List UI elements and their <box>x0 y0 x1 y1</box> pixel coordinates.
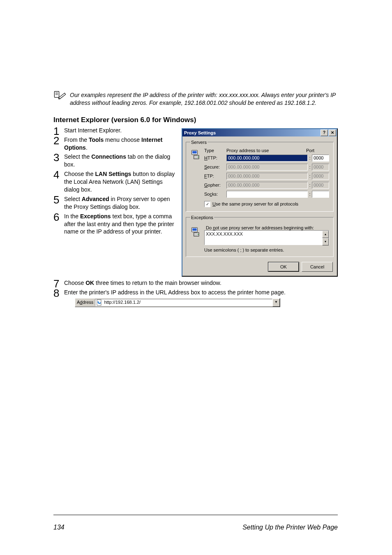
svg-rect-0 <box>54 91 59 97</box>
note-text: Our examples represent the IP address of… <box>70 90 338 107</box>
servers-group: Servers Type Proxy address to u <box>186 140 334 212</box>
col-address: Proxy address to use <box>226 148 303 153</box>
footer-label: Setting Up the Printer Web Page <box>65 524 338 531</box>
gopher-port-input: 0000 <box>312 182 329 189</box>
svg-point-11 <box>198 234 198 235</box>
help-button[interactable]: ? <box>321 130 328 136</box>
socks-address-input[interactable] <box>226 191 308 198</box>
step-5: Select Advanced in Proxy server to open … <box>53 195 177 211</box>
step-2: From the Tools menu choose Internet Opti… <box>53 136 177 152</box>
exceptions-scrollbar[interactable]: ▴ ▾ <box>322 231 329 245</box>
servers-legend: Servers <box>190 140 208 145</box>
socks-port-input[interactable] <box>312 191 329 198</box>
dialog-title: Proxy Settings <box>184 130 320 135</box>
row-socks: Socks: : <box>204 190 329 198</box>
step-4: Choose the LAN Settings button to displa… <box>53 170 177 194</box>
ok-button[interactable]: OK <box>268 262 299 272</box>
svg-rect-9 <box>192 228 197 231</box>
address-bar-dropdown[interactable]: ▼ <box>272 298 280 307</box>
gopher-label: Gopher: <box>204 183 226 187</box>
same-proxy-checkbox[interactable]: ✓ <box>204 201 210 207</box>
step-8: Enter the printer's IP address in the UR… <box>53 289 338 307</box>
scroll-up-icon[interactable]: ▴ <box>322 231 329 238</box>
http-port-input[interactable]: 0000 <box>312 155 329 162</box>
gopher-address-input: 000.00.000.000 <box>226 182 308 189</box>
ftp-port-input: 0000 <box>312 173 329 180</box>
close-button[interactable]: ✕ <box>329 130 336 136</box>
page-number: 134 <box>53 524 65 531</box>
proxy-settings-dialog: Proxy Settings ? ✕ Servers <box>182 128 338 277</box>
step-6: In the Exceptions text box, type a comma… <box>53 213 177 236</box>
scroll-down-icon[interactable]: ▾ <box>322 238 329 245</box>
same-proxy-label: Use the same proxy server for all protoc… <box>212 201 298 206</box>
step-7: Choose OK three times to return to the m… <box>53 279 338 287</box>
exceptions-label: Do not use proxy server for addresses be… <box>206 225 329 230</box>
ftp-label: FTP: <box>204 173 226 178</box>
secure-address-input: 000.00.000.000 <box>226 164 308 171</box>
address-bar-input[interactable]: http://192.168.1.2/ <box>95 299 272 306</box>
exceptions-icon <box>190 226 202 238</box>
address-bar-label: Address <box>75 299 95 305</box>
row-ftp: FTP: 000.00.000.000 : 0000 <box>204 172 329 180</box>
dialog-titlebar: Proxy Settings ? ✕ <box>182 129 337 136</box>
secure-port-input: 0000 <box>312 164 329 171</box>
ftp-address-input: 000.00.000.000 <box>226 173 308 180</box>
svg-rect-5 <box>192 151 197 153</box>
section-heading: Internet Explorer (version 6.0 for Windo… <box>53 116 338 124</box>
socks-label: Socks: <box>204 192 226 197</box>
exceptions-hint: Use semicolons ( ; ) to separate entries… <box>204 247 329 252</box>
exceptions-legend: Exceptions <box>190 215 214 220</box>
svg-point-7 <box>198 157 198 157</box>
http-address-input[interactable]: 000.00.000.000 <box>226 155 308 162</box>
cancel-button[interactable]: Cancel <box>302 262 333 272</box>
ie-page-icon <box>96 300 103 305</box>
footer-rule <box>53 515 338 515</box>
exceptions-textbox[interactable]: XXX.XX.XXX.XXX ▴ ▾ <box>204 230 329 245</box>
col-type: Type <box>204 148 226 153</box>
row-gopher: Gopher: 000.00.000.000 : 0000 <box>204 181 329 189</box>
row-http: HTTP: 000.00.000.000 : 0000 <box>204 154 329 162</box>
exceptions-group: Exceptions Do not use proxy server for a… <box>186 215 334 257</box>
servers-icon <box>190 149 202 160</box>
step-3: Select the Connections tab on the dialog… <box>53 153 177 169</box>
http-label: HTTP: <box>204 155 226 160</box>
note-icon <box>53 90 67 102</box>
secure-label: Secure: <box>204 164 226 169</box>
row-secure: Secure: 000.00.000.000 : 0000 <box>204 163 329 171</box>
address-bar: Address http://192.168.1.2/ ▼ <box>75 298 280 307</box>
col-port: Port <box>303 148 329 153</box>
step-1: Start Internet Explorer. <box>53 127 177 134</box>
